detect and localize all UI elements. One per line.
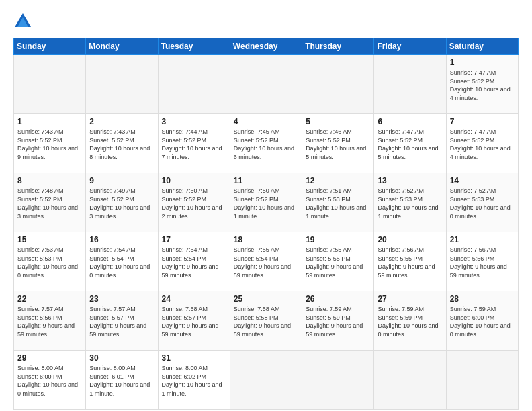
calendar-cell (374, 351, 446, 410)
calendar-cell: 9 Sunrise: 7:49 AMSunset: 5:52 PMDayligh… (86, 173, 158, 232)
calendar-header-row: SundayMondayTuesdayWednesdayThursdayFrid… (14, 38, 519, 55)
day-info: Sunrise: 7:58 AMSunset: 5:58 PMDaylight:… (234, 305, 298, 338)
calendar-cell: 3 Sunrise: 7:44 AMSunset: 5:52 PMDayligh… (158, 114, 230, 173)
day-info: Sunrise: 7:44 AMSunset: 5:52 PMDaylight:… (162, 128, 226, 161)
calendar-cell: 30 Sunrise: 8:00 AMSunset: 6:01 PMDaylig… (86, 351, 158, 410)
day-number: 18 (234, 235, 298, 244)
calendar-row-5: 29 Sunrise: 8:00 AMSunset: 6:00 PMDaylig… (14, 351, 519, 410)
day-info: Sunrise: 7:54 AMSunset: 5:54 PMDaylight:… (89, 246, 154, 279)
calendar-cell: 11 Sunrise: 7:50 AMSunset: 5:52 PMDaylig… (230, 173, 302, 232)
day-number: 3 (162, 117, 226, 126)
day-number: 7 (450, 117, 515, 126)
calendar-cell (302, 55, 374, 114)
calendar-cell: 15 Sunrise: 7:53 AMSunset: 5:53 PMDaylig… (14, 232, 86, 291)
day-info: Sunrise: 7:50 AMSunset: 5:52 PMDaylight:… (162, 187, 226, 220)
day-info: Sunrise: 7:49 AMSunset: 5:52 PMDaylight:… (89, 187, 154, 220)
calendar-cell: 29 Sunrise: 8:00 AMSunset: 6:00 PMDaylig… (14, 351, 86, 410)
calendar-cell: 22 Sunrise: 7:57 AMSunset: 5:56 PMDaylig… (14, 291, 86, 351)
day-info: Sunrise: 7:52 AMSunset: 5:53 PMDaylight:… (378, 187, 442, 220)
calendar-cell: 4 Sunrise: 7:45 AMSunset: 5:52 PMDayligh… (230, 114, 302, 173)
day-number: 15 (17, 235, 82, 244)
day-info: Sunrise: 8:00 AMSunset: 6:02 PMDaylight:… (162, 364, 226, 398)
calendar-cell (158, 55, 230, 114)
day-info: Sunrise: 7:46 AMSunset: 5:52 PMDaylight:… (306, 128, 370, 161)
calendar-row-1: 1 Sunrise: 7:43 AMSunset: 5:52 PMDayligh… (14, 114, 519, 173)
day-number: 19 (306, 235, 370, 244)
day-number: 22 (17, 294, 82, 304)
calendar-header-sunday: Sunday (14, 38, 86, 55)
day-number: 1 (450, 58, 515, 67)
calendar-cell (86, 55, 158, 114)
calendar-cell: 23 Sunrise: 7:57 AMSunset: 5:57 PMDaylig… (86, 291, 158, 351)
calendar-cell: 12 Sunrise: 7:51 AMSunset: 5:53 PMDaylig… (302, 173, 374, 232)
day-number: 9 (89, 176, 154, 185)
logo (13, 12, 35, 31)
day-info: Sunrise: 7:43 AMSunset: 5:52 PMDaylight:… (17, 128, 82, 161)
day-number: 11 (234, 176, 298, 185)
day-info: Sunrise: 7:57 AMSunset: 5:57 PMDaylight:… (89, 305, 154, 338)
day-number: 4 (234, 117, 298, 126)
day-info: Sunrise: 7:52 AMSunset: 5:53 PMDaylight:… (450, 187, 515, 220)
calendar-cell: 14 Sunrise: 7:52 AMSunset: 5:53 PMDaylig… (446, 173, 518, 232)
day-number: 14 (450, 176, 515, 185)
calendar-cell: 2 Sunrise: 7:43 AMSunset: 5:52 PMDayligh… (86, 114, 158, 173)
day-number: 25 (234, 294, 298, 304)
calendar-header-saturday: Saturday (446, 38, 518, 55)
day-number: 10 (162, 176, 226, 185)
day-number: 28 (450, 294, 515, 304)
day-info: Sunrise: 7:56 AMSunset: 5:56 PMDaylight:… (450, 246, 515, 279)
day-info: Sunrise: 7:59 AMSunset: 5:59 PMDaylight:… (306, 305, 370, 338)
day-number: 26 (306, 294, 370, 304)
day-number: 29 (17, 353, 82, 363)
calendar-cell (230, 55, 302, 114)
calendar-cell (230, 351, 302, 410)
calendar-cell: 20 Sunrise: 7:56 AMSunset: 5:55 PMDaylig… (374, 232, 446, 291)
calendar-cell: 28 Sunrise: 7:59 AMSunset: 6:00 PMDaylig… (446, 291, 518, 351)
calendar-cell: 26 Sunrise: 7:59 AMSunset: 5:59 PMDaylig… (302, 291, 374, 351)
calendar-row-4: 22 Sunrise: 7:57 AMSunset: 5:56 PMDaylig… (14, 291, 519, 351)
day-info: Sunrise: 7:43 AMSunset: 5:52 PMDaylight:… (89, 128, 154, 161)
day-info: Sunrise: 7:50 AMSunset: 5:52 PMDaylight:… (234, 187, 298, 220)
day-info: Sunrise: 7:55 AMSunset: 5:54 PMDaylight:… (234, 246, 298, 279)
day-info: Sunrise: 7:53 AMSunset: 5:53 PMDaylight:… (17, 246, 82, 279)
day-info: Sunrise: 7:54 AMSunset: 5:54 PMDaylight:… (162, 246, 226, 279)
logo-icon (13, 12, 32, 31)
day-number: 21 (450, 235, 515, 244)
calendar-cell: 18 Sunrise: 7:55 AMSunset: 5:54 PMDaylig… (230, 232, 302, 291)
calendar-cell: 16 Sunrise: 7:54 AMSunset: 5:54 PMDaylig… (86, 232, 158, 291)
day-number: 6 (378, 117, 442, 126)
calendar-cell (302, 351, 374, 410)
calendar-cell: 10 Sunrise: 7:50 AMSunset: 5:52 PMDaylig… (158, 173, 230, 232)
calendar-cell: 7 Sunrise: 7:47 AMSunset: 5:52 PMDayligh… (446, 114, 518, 173)
day-info: Sunrise: 7:55 AMSunset: 5:55 PMDaylight:… (306, 246, 370, 279)
day-number: 8 (17, 176, 82, 185)
calendar-cell: 24 Sunrise: 7:58 AMSunset: 5:57 PMDaylig… (158, 291, 230, 351)
calendar-cell (14, 55, 86, 114)
day-number: 27 (378, 294, 442, 304)
calendar-cell (446, 351, 518, 410)
day-info: Sunrise: 7:47 AMSunset: 5:52 PMDaylight:… (450, 68, 515, 102)
calendar-cell (374, 55, 446, 114)
day-number: 24 (162, 294, 226, 304)
calendar-cell: 17 Sunrise: 7:54 AMSunset: 5:54 PMDaylig… (158, 232, 230, 291)
day-number: 2 (89, 117, 154, 126)
page: SundayMondayTuesdayWednesdayThursdayFrid… (0, 0, 532, 411)
calendar-cell: 6 Sunrise: 7:47 AMSunset: 5:52 PMDayligh… (374, 114, 446, 173)
day-info: Sunrise: 7:47 AMSunset: 5:52 PMDaylight:… (450, 128, 515, 161)
day-info: Sunrise: 7:58 AMSunset: 5:57 PMDaylight:… (162, 305, 226, 338)
day-info: Sunrise: 8:00 AMSunset: 6:00 PMDaylight:… (17, 364, 82, 398)
day-info: Sunrise: 7:51 AMSunset: 5:53 PMDaylight:… (306, 187, 370, 220)
calendar-cell: 5 Sunrise: 7:46 AMSunset: 5:52 PMDayligh… (302, 114, 374, 173)
day-info: Sunrise: 7:47 AMSunset: 5:52 PMDaylight:… (378, 128, 442, 161)
day-info: Sunrise: 7:48 AMSunset: 5:52 PMDaylight:… (17, 187, 82, 220)
day-number: 23 (89, 294, 154, 304)
calendar-cell: 8 Sunrise: 7:48 AMSunset: 5:52 PMDayligh… (14, 173, 86, 232)
calendar-cell: 19 Sunrise: 7:55 AMSunset: 5:55 PMDaylig… (302, 232, 374, 291)
day-number: 13 (378, 176, 442, 185)
calendar-row-3: 15 Sunrise: 7:53 AMSunset: 5:53 PMDaylig… (14, 232, 519, 291)
day-number: 31 (162, 353, 226, 363)
calendar-header-friday: Friday (374, 38, 446, 55)
day-info: Sunrise: 8:00 AMSunset: 6:01 PMDaylight:… (89, 364, 154, 398)
calendar-cell: 13 Sunrise: 7:52 AMSunset: 5:53 PMDaylig… (374, 173, 446, 232)
day-info: Sunrise: 7:57 AMSunset: 5:56 PMDaylight:… (17, 305, 82, 338)
